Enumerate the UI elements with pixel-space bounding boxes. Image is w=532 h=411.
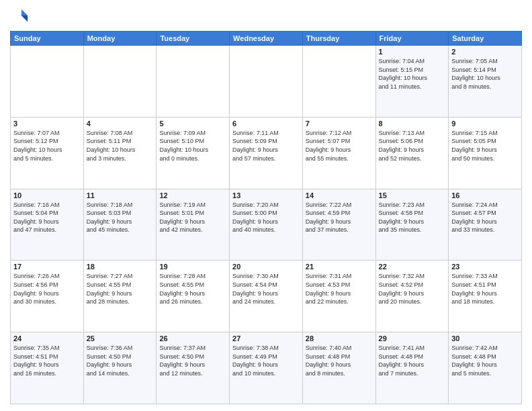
- day-info: Sunrise: 7:28 AM Sunset: 4:55 PM Dayligh…: [159, 272, 226, 306]
- calendar-day-6: 6Sunrise: 7:11 AM Sunset: 5:09 PM Daylig…: [230, 117, 303, 189]
- day-number: 4: [87, 120, 154, 128]
- weekday-header-monday: Monday: [83, 32, 157, 46]
- day-number: 10: [13, 191, 81, 199]
- calendar-header: SundayMondayTuesdayWednesdayThursdayFrid…: [11, 32, 522, 46]
- calendar-day-25: 25Sunrise: 7:36 AM Sunset: 4:50 PM Dayli…: [83, 332, 157, 404]
- day-info: Sunrise: 7:42 AM Sunset: 4:48 PM Dayligh…: [451, 344, 519, 377]
- day-number: 24: [13, 334, 81, 342]
- calendar-week-row: 24Sunrise: 7:35 AM Sunset: 4:51 PM Dayli…: [11, 332, 522, 404]
- day-number: 29: [379, 334, 446, 342]
- day-number: 9: [451, 120, 519, 128]
- calendar-day-9: 9Sunrise: 7:15 AM Sunset: 5:05 PM Daylig…: [449, 117, 522, 189]
- day-info: Sunrise: 7:40 AM Sunset: 4:48 PM Dayligh…: [306, 344, 373, 377]
- day-number: 23: [451, 263, 519, 271]
- day-info: Sunrise: 7:09 AM Sunset: 5:10 PM Dayligh…: [159, 129, 226, 163]
- day-info: Sunrise: 7:36 AM Sunset: 4:50 PM Dayligh…: [87, 344, 154, 377]
- day-info: Sunrise: 7:32 AM Sunset: 4:52 PM Dayligh…: [379, 272, 446, 306]
- weekday-header-sunday: Sunday: [11, 32, 84, 46]
- day-info: Sunrise: 7:12 AM Sunset: 5:07 PM Dayligh…: [306, 129, 373, 163]
- day-info: Sunrise: 7:15 AM Sunset: 5:05 PM Dayligh…: [451, 129, 519, 163]
- calendar-day-5: 5Sunrise: 7:09 AM Sunset: 5:10 PM Daylig…: [157, 117, 230, 189]
- calendar-day-20: 20Sunrise: 7:30 AM Sunset: 4:54 PM Dayli…: [230, 261, 303, 332]
- calendar-day-12: 12Sunrise: 7:19 AM Sunset: 5:01 PM Dayli…: [157, 189, 230, 261]
- day-info: Sunrise: 7:35 AM Sunset: 4:51 PM Dayligh…: [13, 344, 81, 377]
- day-number: 17: [13, 263, 81, 271]
- day-number: 13: [232, 191, 300, 199]
- calendar-day-30: 30Sunrise: 7:42 AM Sunset: 4:48 PM Dayli…: [449, 332, 522, 404]
- day-number: 19: [159, 263, 226, 271]
- calendar-day-16: 16Sunrise: 7:24 AM Sunset: 4:57 PM Dayli…: [449, 189, 522, 261]
- logo-icon: [10, 7, 29, 26]
- day-number: 18: [87, 263, 154, 271]
- day-info: Sunrise: 7:07 AM Sunset: 5:12 PM Dayligh…: [13, 129, 81, 163]
- day-number: 8: [379, 120, 446, 128]
- logo: [10, 7, 32, 26]
- svg-marker-0: [21, 9, 28, 15]
- day-number: 15: [379, 191, 446, 199]
- weekday-header-friday: Friday: [375, 32, 449, 46]
- empty-cell: [11, 46, 84, 118]
- calendar-day-19: 19Sunrise: 7:28 AM Sunset: 4:55 PM Dayli…: [157, 261, 230, 332]
- weekday-header-tuesday: Tuesday: [157, 32, 230, 46]
- page: SundayMondayTuesdayWednesdayThursdayFrid…: [0, 0, 532, 411]
- day-info: Sunrise: 7:16 AM Sunset: 5:04 PM Dayligh…: [13, 201, 81, 234]
- day-number: 28: [306, 334, 373, 342]
- calendar-day-2: 2Sunrise: 7:05 AM Sunset: 5:14 PM Daylig…: [449, 46, 522, 118]
- day-info: Sunrise: 7:08 AM Sunset: 5:11 PM Dayligh…: [87, 129, 154, 163]
- day-number: 20: [232, 263, 300, 271]
- calendar-day-7: 7Sunrise: 7:12 AM Sunset: 5:07 PM Daylig…: [302, 117, 375, 189]
- day-info: Sunrise: 7:41 AM Sunset: 4:48 PM Dayligh…: [379, 344, 446, 377]
- day-number: 16: [451, 191, 519, 199]
- day-number: 14: [306, 191, 373, 199]
- weekday-header-thursday: Thursday: [302, 32, 375, 46]
- empty-cell: [230, 46, 303, 118]
- day-number: 30: [451, 334, 519, 342]
- calendar-body: 1Sunrise: 7:04 AM Sunset: 5:15 PM Daylig…: [11, 46, 522, 404]
- calendar-table: SundayMondayTuesdayWednesdayThursdayFrid…: [10, 31, 522, 404]
- calendar-day-11: 11Sunrise: 7:18 AM Sunset: 5:03 PM Dayli…: [83, 189, 157, 261]
- calendar-day-15: 15Sunrise: 7:23 AM Sunset: 4:58 PM Dayli…: [375, 189, 449, 261]
- day-number: 12: [159, 191, 226, 199]
- calendar-day-29: 29Sunrise: 7:41 AM Sunset: 4:48 PM Dayli…: [375, 332, 449, 404]
- calendar-day-28: 28Sunrise: 7:40 AM Sunset: 4:48 PM Dayli…: [302, 332, 375, 404]
- day-info: Sunrise: 7:26 AM Sunset: 4:56 PM Dayligh…: [13, 272, 81, 306]
- empty-cell: [302, 46, 375, 118]
- day-info: Sunrise: 7:18 AM Sunset: 5:03 PM Dayligh…: [87, 201, 154, 234]
- day-info: Sunrise: 7:31 AM Sunset: 4:53 PM Dayligh…: [306, 272, 373, 306]
- day-info: Sunrise: 7:30 AM Sunset: 4:54 PM Dayligh…: [232, 272, 300, 306]
- calendar-week-row: 3Sunrise: 7:07 AM Sunset: 5:12 PM Daylig…: [11, 117, 522, 189]
- calendar-week-row: 10Sunrise: 7:16 AM Sunset: 5:04 PM Dayli…: [11, 189, 522, 261]
- calendar-day-24: 24Sunrise: 7:35 AM Sunset: 4:51 PM Dayli…: [11, 332, 84, 404]
- day-number: 22: [379, 263, 446, 271]
- calendar-day-26: 26Sunrise: 7:37 AM Sunset: 4:50 PM Dayli…: [157, 332, 230, 404]
- day-info: Sunrise: 7:22 AM Sunset: 4:59 PM Dayligh…: [306, 201, 373, 234]
- day-info: Sunrise: 7:20 AM Sunset: 5:00 PM Dayligh…: [232, 201, 300, 234]
- day-info: Sunrise: 7:05 AM Sunset: 5:14 PM Dayligh…: [451, 57, 519, 91]
- day-number: 3: [13, 120, 81, 128]
- day-number: 5: [159, 120, 226, 128]
- weekday-header-wednesday: Wednesday: [230, 32, 303, 46]
- calendar-day-13: 13Sunrise: 7:20 AM Sunset: 5:00 PM Dayli…: [230, 189, 303, 261]
- calendar-day-27: 27Sunrise: 7:38 AM Sunset: 4:49 PM Dayli…: [230, 332, 303, 404]
- day-number: 27: [232, 334, 300, 342]
- empty-cell: [83, 46, 157, 118]
- calendar-day-4: 4Sunrise: 7:08 AM Sunset: 5:11 PM Daylig…: [83, 117, 157, 189]
- calendar-day-10: 10Sunrise: 7:16 AM Sunset: 5:04 PM Dayli…: [11, 189, 84, 261]
- calendar-day-18: 18Sunrise: 7:27 AM Sunset: 4:55 PM Dayli…: [83, 261, 157, 332]
- day-info: Sunrise: 7:27 AM Sunset: 4:55 PM Dayligh…: [87, 272, 154, 306]
- empty-cell: [157, 46, 230, 118]
- day-info: Sunrise: 7:38 AM Sunset: 4:49 PM Dayligh…: [232, 344, 300, 377]
- calendar-day-17: 17Sunrise: 7:26 AM Sunset: 4:56 PM Dayli…: [11, 261, 84, 332]
- day-number: 26: [159, 334, 226, 342]
- day-info: Sunrise: 7:11 AM Sunset: 5:09 PM Dayligh…: [232, 129, 300, 163]
- calendar-week-row: 17Sunrise: 7:26 AM Sunset: 4:56 PM Dayli…: [11, 261, 522, 332]
- calendar-day-22: 22Sunrise: 7:32 AM Sunset: 4:52 PM Dayli…: [375, 261, 449, 332]
- day-info: Sunrise: 7:04 AM Sunset: 5:15 PM Dayligh…: [379, 57, 446, 91]
- svg-marker-1: [21, 15, 28, 21]
- weekday-header-row: SundayMondayTuesdayWednesdayThursdayFrid…: [11, 32, 522, 46]
- day-number: 2: [451, 48, 519, 56]
- day-number: 21: [306, 263, 373, 271]
- day-number: 1: [379, 48, 446, 56]
- calendar-day-3: 3Sunrise: 7:07 AM Sunset: 5:12 PM Daylig…: [11, 117, 84, 189]
- calendar-day-14: 14Sunrise: 7:22 AM Sunset: 4:59 PM Dayli…: [302, 189, 375, 261]
